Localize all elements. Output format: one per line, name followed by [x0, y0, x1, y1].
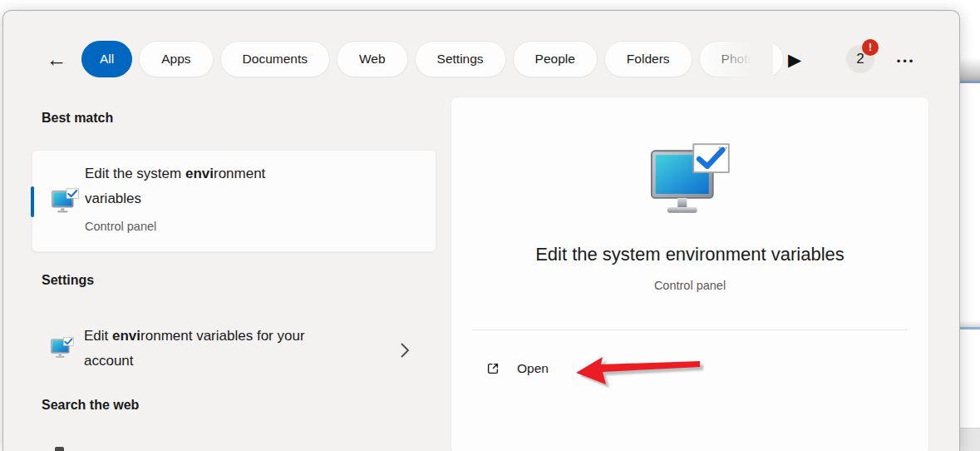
tab-photos[interactable]: Photos [699, 41, 784, 77]
open-action-button[interactable]: Open [485, 357, 549, 380]
alert-badge-icon: ! [862, 39, 879, 56]
ellipsis-icon: ••• [897, 55, 916, 67]
windows-search-flyout: ← All Apps Documents Web Settings People… [2, 10, 960, 451]
back-arrow-icon: ← [47, 49, 67, 70]
divider [472, 330, 908, 330]
best-match-header: Best match [42, 111, 113, 126]
background-window-accent-line [960, 81, 980, 83]
best-match-result[interactable]: Edit the system environment variables Co… [32, 150, 436, 252]
partially-visible-result-icon [55, 447, 64, 451]
background-window-band [960, 58, 980, 82]
tab-settings[interactable]: Settings [415, 41, 506, 77]
play-icon: ▶ [788, 50, 801, 70]
tab-documents[interactable]: Documents [220, 41, 330, 77]
external-link-icon [485, 360, 501, 377]
system-monitor-check-icon [650, 143, 730, 214]
tab-people[interactable]: People [513, 41, 598, 77]
result-title: Edit the system environment variables [85, 161, 322, 211]
more-options-button[interactable]: ••• [889, 51, 923, 71]
tabs-scroll-right-button[interactable]: ▶ [781, 47, 808, 72]
selection-accent-bar [31, 186, 34, 217]
tab-web[interactable]: Web [337, 41, 408, 77]
tab-folders[interactable]: Folders [604, 41, 692, 77]
background-window-accent-line [960, 327, 980, 330]
search-filter-tabs: All Apps Documents Web Settings People F… [81, 41, 784, 77]
chevron-right-icon [400, 342, 410, 359]
back-button[interactable]: ← [42, 46, 71, 72]
settings-result-row[interactable]: Edit environment variables for your acco… [32, 312, 436, 389]
preview-title: Edit the system environment variables [451, 244, 928, 265]
result-preview-panel: Edit the system environment variables Co… [451, 97, 929, 451]
settings-section-header: Settings [42, 273, 94, 288]
open-label: Open [517, 361, 549, 376]
tab-all[interactable]: All [81, 41, 132, 77]
system-monitor-check-icon [51, 337, 74, 358]
result-subtitle: Control panel [85, 220, 156, 233]
system-monitor-check-icon [52, 188, 79, 213]
red-annotation-arrow-icon [573, 349, 706, 390]
search-the-web-header: Search the web [42, 398, 139, 413]
tab-apps[interactable]: Apps [139, 41, 213, 77]
background-window-footer [960, 428, 980, 451]
preview-subtitle: Control panel [451, 279, 928, 292]
result-title: Edit environment variables for your acco… [84, 324, 346, 374]
